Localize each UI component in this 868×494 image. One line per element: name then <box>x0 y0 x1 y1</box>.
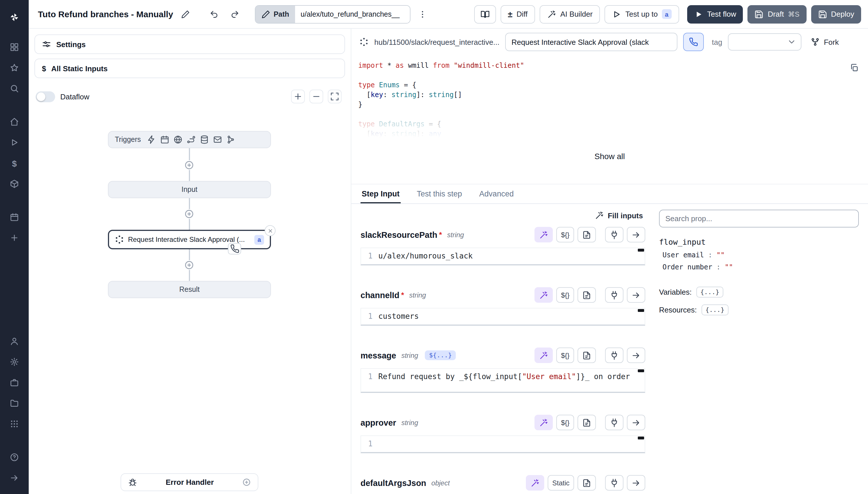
delete-step-button[interactable] <box>265 225 276 236</box>
field-value-editor[interactable]: 1 customers <box>360 308 645 326</box>
field-value-editor[interactable]: 1 <box>360 435 645 453</box>
sidebar-item-add[interactable] <box>0 227 29 248</box>
connect-input-button[interactable] <box>605 287 624 303</box>
all-static-inputs-button[interactable]: $ All Static Inputs <box>35 59 345 78</box>
connect-input-button[interactable] <box>605 227 624 242</box>
insert-expr-button[interactable] <box>627 287 645 303</box>
tag-select[interactable] <box>728 33 802 51</box>
result-node[interactable]: Result <box>108 281 271 298</box>
ai-fill-button[interactable] <box>526 475 544 491</box>
tab-test-this-step[interactable]: Test this step <box>416 184 463 203</box>
diff-button[interactable]: ±Diff <box>500 5 535 23</box>
zoom-out-button[interactable] <box>310 90 323 103</box>
required-mark: * <box>401 291 404 299</box>
prop-row-order-number[interactable]: Order number : "" <box>663 263 859 271</box>
sidebar-item-apps[interactable] <box>0 414 29 434</box>
undo-button[interactable] <box>205 5 222 23</box>
docs-field-button[interactable] <box>577 287 596 303</box>
expr-mode-button[interactable]: ${} <box>556 287 574 303</box>
sidebar-item-help[interactable] <box>0 447 29 468</box>
connect-input-button[interactable] <box>605 347 624 363</box>
insert-expr-button[interactable] <box>627 475 645 491</box>
insert-expr-button[interactable] <box>627 415 645 430</box>
sidebar-item-schedules[interactable] <box>0 207 29 227</box>
connect-input-button[interactable] <box>605 415 624 430</box>
dataflow-toggle[interactable] <box>36 91 55 102</box>
path-edit-button[interactable]: Path <box>255 5 295 23</box>
error-handler-node[interactable]: Error Handler <box>121 473 258 491</box>
path-input[interactable] <box>295 5 410 23</box>
sidebar-item-favorites[interactable] <box>0 57 29 78</box>
insert-expr-button[interactable] <box>627 347 645 363</box>
fit-view-button[interactable] <box>328 90 341 103</box>
draft-button[interactable]: Draft⌘S <box>748 5 806 23</box>
fill-inputs-button[interactable]: Fill inputs <box>594 211 643 220</box>
sidebar-item-runs[interactable] <box>0 132 29 153</box>
step-summary-input[interactable] <box>505 33 677 51</box>
field-value-editor[interactable]: 1 Refund request by _${flow_input["User … <box>360 368 645 393</box>
docs-button[interactable] <box>474 5 496 23</box>
sidebar-item-resources[interactable] <box>0 173 29 194</box>
expr-mode-button[interactable]: ${} <box>556 227 574 242</box>
expr-mode-button[interactable]: ${} <box>556 415 574 430</box>
triggers-node[interactable]: Triggers <box>108 131 271 148</box>
sidebar-item-variables[interactable]: $ <box>0 153 29 173</box>
field-value-editor[interactable]: 1 u/alex/humorous_slack <box>360 248 645 265</box>
plug-icon <box>610 418 619 427</box>
ai-builder-button[interactable]: AI Builder <box>540 5 600 23</box>
suspend-approval-button[interactable] <box>683 33 704 51</box>
insert-step-button[interactable] <box>184 209 194 219</box>
resources-section[interactable]: Resources:{...} <box>659 304 859 315</box>
sidebar-item-home[interactable] <box>0 111 29 132</box>
fork-button[interactable]: Fork <box>808 33 841 51</box>
input-node[interactable]: Input <box>108 181 271 198</box>
sidebar-item-settings[interactable] <box>0 352 29 372</box>
sidebar-collapse-button[interactable] <box>0 468 29 488</box>
redo-button[interactable] <box>226 5 243 23</box>
ai-fill-button[interactable] <box>535 347 553 363</box>
sidebar-item-search[interactable] <box>0 78 29 99</box>
windmill-logo[interactable] <box>0 7 29 27</box>
bug-icon <box>128 478 137 487</box>
static-mode-button[interactable]: Static <box>548 475 574 491</box>
circle-plus-icon <box>184 260 194 270</box>
copy-code-button[interactable] <box>850 63 859 72</box>
insert-expr-button[interactable] <box>627 227 645 242</box>
flow-settings-button[interactable]: Settings <box>35 35 345 54</box>
docs-field-button[interactable] <box>577 475 596 491</box>
connect-input-button[interactable] <box>605 475 624 491</box>
docs-field-button[interactable] <box>577 415 596 430</box>
sidebar-item-account[interactable] <box>0 331 29 352</box>
tab-step-input[interactable]: Step Input <box>360 184 401 203</box>
deploy-button[interactable]: Deploy <box>811 5 861 23</box>
tab-advanced[interactable]: Advanced <box>478 184 515 203</box>
plus-icon <box>10 233 19 242</box>
variables-section[interactable]: Variables:{...} <box>659 287 859 298</box>
zoom-in-button[interactable] <box>291 90 305 103</box>
fill-inputs-label: Fill inputs <box>608 211 643 220</box>
insert-step-button[interactable] <box>184 160 194 170</box>
suspend-approval-badge[interactable] <box>228 243 241 254</box>
test-up-to-button[interactable]: Test up toa <box>605 5 679 23</box>
sidebar-item-workspace[interactable] <box>0 372 29 393</box>
insert-step-button[interactable] <box>184 260 194 270</box>
undo-icon <box>209 10 218 19</box>
docs-field-button[interactable] <box>577 227 596 242</box>
expr-mode-button[interactable]: ${} <box>556 347 574 363</box>
ai-fill-button[interactable] <box>535 227 553 242</box>
prop-row-user-email[interactable]: User email : "" <box>663 251 859 259</box>
ai-fill-button[interactable] <box>535 287 553 303</box>
home-icon <box>10 117 19 126</box>
edit-title-button[interactable] <box>177 5 194 23</box>
sidebar-item-folders[interactable] <box>0 393 29 414</box>
code-editor[interactable]: import * as wmill from "windmill-client"… <box>351 55 868 139</box>
test-flow-button[interactable]: Test flow <box>687 5 743 23</box>
ai-fill-button[interactable] <box>535 415 553 430</box>
flow-input-root[interactable]: flow_input <box>659 237 859 246</box>
step-node-a[interactable]: Request Interactive Slack Approval (... … <box>108 230 271 249</box>
sidebar-item-dashboard[interactable] <box>0 37 29 57</box>
search-prop-input[interactable] <box>659 210 859 227</box>
show-all-button[interactable]: Show all <box>587 148 633 164</box>
docs-field-button[interactable] <box>577 347 596 363</box>
more-menu-button[interactable] <box>414 5 431 23</box>
